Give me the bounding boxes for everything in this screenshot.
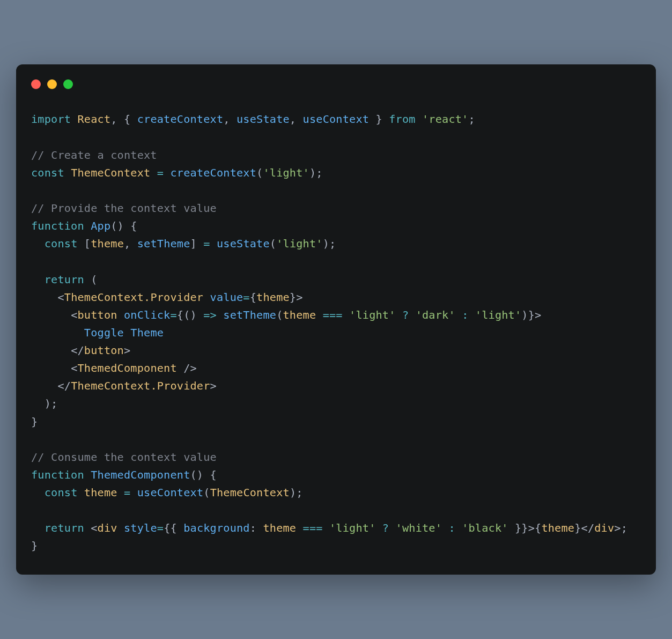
code-token: React xyxy=(77,113,110,126)
code-token: ThemeContext.Provider xyxy=(71,379,210,392)
code-token: : xyxy=(250,522,263,534)
code-token: ( xyxy=(276,309,283,321)
code-token: > xyxy=(124,344,130,357)
code-token: div xyxy=(594,522,614,534)
code-token: useState xyxy=(237,113,290,126)
code-token xyxy=(84,468,91,481)
code-token xyxy=(164,166,170,179)
code-token: onClick xyxy=(124,309,170,321)
code-token xyxy=(71,113,77,126)
code-comment: // Create a context xyxy=(31,149,157,161)
code-token: 'white' xyxy=(396,522,442,534)
code-token: : xyxy=(448,522,455,534)
code-window: import React, { createContext, useState,… xyxy=(16,64,656,574)
code-token: < xyxy=(31,362,77,374)
code-token xyxy=(217,309,223,321)
code-token: ThemedComponent xyxy=(91,468,190,481)
code-token xyxy=(396,309,402,321)
code-token: theme xyxy=(84,486,117,499)
code-comment: // Consume the context value xyxy=(31,451,217,464)
code-token: ); xyxy=(290,486,303,499)
code-token: useState xyxy=(217,237,270,250)
code-token: }> xyxy=(290,291,303,304)
code-token: Toggle Theme xyxy=(31,326,164,339)
code-token xyxy=(376,522,382,534)
titlebar xyxy=(31,79,641,89)
code-token: ); xyxy=(323,237,336,250)
code-token: ? xyxy=(382,522,389,534)
code-token: setTheme xyxy=(137,237,190,250)
code-token: ThemeContext xyxy=(210,486,290,499)
code-token: setTheme xyxy=(223,309,276,321)
code-token xyxy=(150,166,157,179)
code-token: < xyxy=(84,522,98,534)
code-token: ); xyxy=(31,397,57,410)
code-token: from xyxy=(389,113,415,126)
code-token: , xyxy=(290,113,303,126)
code-token: </ xyxy=(31,379,71,392)
code-token: }}>{ xyxy=(508,522,542,534)
code-token: => xyxy=(203,309,217,321)
code-token: createContext xyxy=(137,113,224,126)
code-token: button xyxy=(84,344,124,357)
code-token: 'light' xyxy=(276,237,322,250)
code-token: } xyxy=(369,113,389,126)
code-token xyxy=(316,309,322,321)
code-token: App xyxy=(91,219,110,232)
code-token: ThemeContext xyxy=(71,166,150,179)
code-token: : xyxy=(462,309,468,321)
code-token xyxy=(442,522,448,534)
close-icon[interactable] xyxy=(31,79,41,89)
code-token: background xyxy=(183,522,250,534)
code-token: /> xyxy=(177,362,197,374)
code-token: [ xyxy=(78,237,91,250)
code-token: {{ xyxy=(164,522,183,534)
code-token: ( xyxy=(203,486,210,499)
code-token: , { xyxy=(110,113,137,126)
code-token: , xyxy=(124,237,137,250)
code-token: ThemedComponent xyxy=(77,362,176,374)
code-token: theme xyxy=(256,291,290,304)
code-token xyxy=(455,522,462,534)
code-token xyxy=(117,309,124,321)
code-token: ? xyxy=(402,309,409,321)
code-token xyxy=(343,309,349,321)
code-token xyxy=(296,522,302,534)
code-token: > xyxy=(210,379,217,392)
code-token: const xyxy=(45,237,78,250)
code-token: function xyxy=(31,468,84,481)
code-token: 'dark' xyxy=(416,309,455,321)
code-token: style xyxy=(124,522,157,534)
code-token: theme xyxy=(541,522,574,534)
code-token: ); xyxy=(309,166,323,179)
code-token: return xyxy=(45,273,84,286)
code-token: theme xyxy=(91,237,124,250)
code-token: ( xyxy=(84,273,98,286)
code-token xyxy=(84,219,91,232)
code-token: = xyxy=(124,486,130,499)
code-token: createContext xyxy=(170,166,256,179)
code-token: </ xyxy=(31,344,84,357)
code-token: = xyxy=(157,522,164,534)
code-token: < xyxy=(31,309,77,321)
code-token: 'light' xyxy=(349,309,395,321)
code-token xyxy=(323,522,329,534)
code-token: === xyxy=(303,522,323,534)
code-token: = xyxy=(170,309,176,321)
code-token: }</ xyxy=(574,522,594,534)
code-token: 'light' xyxy=(475,309,521,321)
code-token: value xyxy=(210,291,243,304)
code-token: < xyxy=(31,291,64,304)
code-token: } xyxy=(31,415,38,428)
code-token xyxy=(31,273,45,286)
code-token: const xyxy=(31,166,64,179)
code-token: = xyxy=(243,291,249,304)
code-token: = xyxy=(203,237,210,250)
code-token: theme xyxy=(283,309,316,321)
code-token: button xyxy=(77,309,117,321)
code-comment: // Provide the context value xyxy=(31,202,217,215)
code-token: === xyxy=(323,309,343,321)
code-token: ThemeContext.Provider xyxy=(64,291,203,304)
maximize-icon[interactable] xyxy=(63,79,73,89)
minimize-icon[interactable] xyxy=(47,79,57,89)
